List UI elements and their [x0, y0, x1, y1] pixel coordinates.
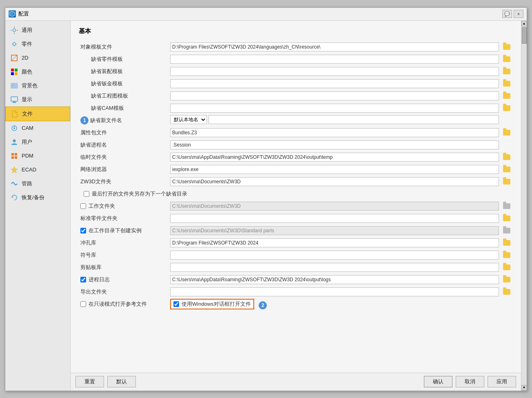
cancel-button[interactable]: 取消 — [456, 376, 484, 387]
apply-button[interactable]: 应用 — [488, 376, 516, 387]
sidebar-item-file[interactable]: 文件 — [5, 107, 70, 121]
default-button[interactable]: 默认 — [107, 376, 136, 387]
work-folder-checkbox[interactable] — [80, 203, 86, 209]
field-label: 缺省工程图模板 — [79, 90, 168, 102]
zw3d-folder-btn[interactable] — [502, 177, 511, 186]
default-drawing-input[interactable] — [170, 91, 499, 100]
sidebar-item-pdm[interactable]: PDM — [5, 149, 70, 163]
scroll-down-arrow[interactable]: ▼ — [521, 385, 527, 391]
folder-btn-cell — [501, 53, 513, 65]
sidebar-item-restore[interactable]: 恢复/备份 — [5, 191, 70, 205]
default-sheet-input[interactable] — [170, 79, 499, 88]
folder-btn-cell — [501, 176, 513, 188]
window-body: 通用 零件 2D 颜色 — [5, 21, 527, 391]
std-parts-input[interactable] — [170, 214, 499, 223]
readonly-label[interactable]: 在只读模式打开参考文件 — [80, 300, 167, 308]
sidebar-item-part[interactable]: 零件 — [5, 37, 70, 51]
table-row: 属性包文件 — [79, 127, 513, 139]
scroll-up-arrow[interactable]: ▲ — [521, 21, 527, 27]
windows-dialog-label[interactable]: 使用Windows对话框打开文件 — [173, 300, 251, 308]
folder-btn-cell — [501, 65, 513, 78]
create-instance-folder-btn[interactable] — [502, 226, 511, 235]
temp-folder-btn[interactable] — [502, 153, 511, 162]
folder-icon — [503, 216, 510, 221]
browser-folder-btn[interactable] — [502, 165, 511, 174]
reset-button[interactable]: 重置 — [75, 376, 104, 387]
symbol-input[interactable] — [170, 251, 499, 260]
symbol-folder-btn[interactable] — [502, 251, 511, 260]
temp-folder-input[interactable] — [170, 153, 499, 162]
create-instance-label[interactable]: 在工作目录下创建实例 — [80, 227, 167, 234]
field-input-cell — [168, 273, 501, 286]
sidebar-item-user[interactable]: 用户 — [5, 135, 70, 149]
punch-folder-btn[interactable] — [502, 238, 511, 247]
windows-dialog-checkbox[interactable] — [173, 301, 179, 307]
default-drawing-folder-btn[interactable] — [502, 91, 511, 100]
create-instance-checkbox[interactable] — [80, 228, 86, 233]
process-log-checkbox[interactable] — [80, 277, 86, 282]
object-template-folder-btn[interactable] — [502, 42, 511, 51]
clipboard-input[interactable] — [170, 263, 499, 272]
process-log-folder-btn[interactable] — [502, 275, 511, 284]
default-assembly-folder-btn[interactable] — [502, 67, 511, 76]
save-as-default-checkbox[interactable] — [84, 191, 89, 197]
field-input-cell — [168, 237, 501, 249]
sidebar-label-cam: CAM — [22, 125, 33, 131]
title-bar: 配置 💬 × — [5, 8, 527, 21]
folder-btn-cell — [501, 249, 513, 261]
work-folder-checkbox-label[interactable]: 工作文件夹 — [80, 202, 167, 210]
field-input-cell: 默认本地名 — [168, 114, 501, 125]
field-label: 剪贴板库 — [79, 261, 168, 273]
confirm-button[interactable]: 确认 — [424, 376, 452, 387]
default-part-input[interactable] — [170, 55, 499, 64]
close-button[interactable]: × — [514, 10, 523, 18]
create-instance-input[interactable] — [170, 226, 499, 235]
std-parts-folder-btn[interactable] — [502, 214, 511, 223]
sidebar-item-2d[interactable]: 2D — [5, 51, 70, 65]
attribute-input[interactable] — [170, 128, 499, 137]
sidebar-item-background[interactable]: 背景色 — [5, 79, 70, 93]
work-folder-input[interactable] — [170, 202, 499, 211]
default-sheet-folder-btn[interactable] — [502, 79, 511, 88]
process-log-input[interactable] — [170, 275, 499, 284]
folder-icon — [503, 179, 510, 185]
readonly-checkbox[interactable] — [80, 301, 86, 307]
sidebar-item-display[interactable]: 显示 — [5, 93, 70, 107]
field-input-cell — [168, 225, 501, 237]
attribute-folder-btn[interactable] — [502, 128, 511, 137]
browser-input[interactable] — [170, 165, 499, 174]
clipboard-folder-btn[interactable] — [502, 263, 511, 272]
work-folder-btn[interactable] — [502, 202, 511, 211]
folder-btn-cell — [501, 41, 513, 53]
folder-icon — [503, 277, 510, 282]
field-label: 缺省装配模板 — [79, 65, 168, 78]
process-log-label[interactable]: 进程日志 — [80, 276, 167, 283]
default-part-folder-btn[interactable] — [502, 55, 511, 64]
field-label: 网络浏览器 — [79, 163, 168, 176]
export-folder-input[interactable] — [170, 287, 499, 296]
windows-dialog-highlight: 使用Windows对话框打开文件 — [170, 299, 254, 309]
comment-button[interactable]: 💬 — [502, 10, 512, 18]
object-template-input[interactable] — [170, 42, 499, 51]
save-as-default-label[interactable]: 最后打开的文件夹另存为下一个缺省目录 — [80, 190, 511, 198]
punch-input[interactable] — [170, 238, 499, 247]
scrollbar[interactable]: ▲ ▼ — [521, 21, 527, 391]
sidebar-item-pipe[interactable]: 管路 — [5, 177, 70, 191]
export-folder-btn[interactable] — [502, 287, 511, 296]
session-input[interactable] — [170, 140, 499, 149]
sidebar-item-ecad[interactable]: ECAD — [5, 163, 70, 177]
default-assembly-input[interactable] — [170, 67, 499, 76]
zw3d-folder-input[interactable] — [170, 177, 499, 186]
new-file-name-select[interactable]: 默认本地名 — [170, 115, 207, 124]
scroll-thumb[interactable] — [522, 27, 527, 44]
sidebar-label-part: 零件 — [22, 40, 32, 48]
svg-line-9 — [11, 55, 17, 61]
default-cam-folder-btn[interactable] — [502, 104, 511, 113]
table-row: 临时文件夹 — [79, 151, 513, 163]
sidebar-item-general[interactable]: 通用 — [5, 23, 70, 37]
sidebar-item-cam[interactable]: CAM — [5, 121, 70, 135]
default-cam-input[interactable] — [170, 104, 499, 113]
field-input-cell — [168, 163, 501, 176]
new-file-name-input[interactable] — [208, 115, 499, 124]
sidebar-item-color[interactable]: 颜色 — [5, 65, 70, 79]
